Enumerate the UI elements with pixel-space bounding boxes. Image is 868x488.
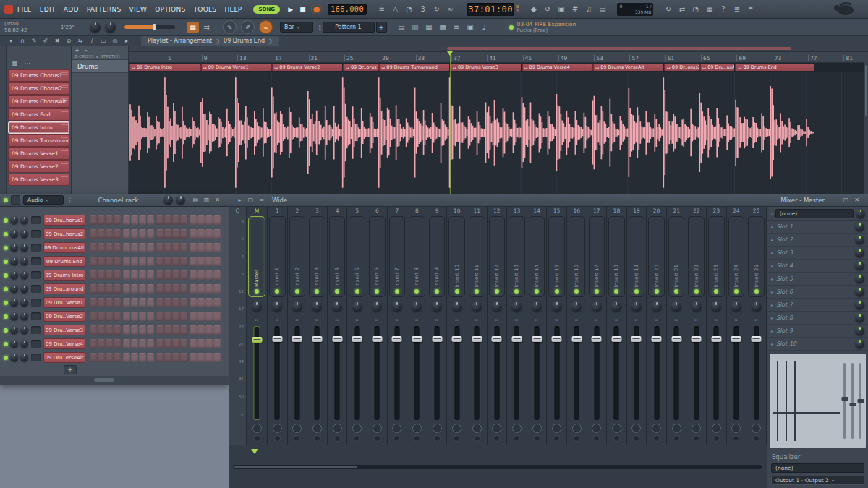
step-cell[interactable] (190, 257, 197, 266)
record-arm-button[interactable] (752, 424, 761, 433)
rack-menu-button[interactable] (11, 195, 20, 205)
auto-save-icon[interactable]: ↻ (662, 4, 674, 14)
volume-fader[interactable] (475, 326, 480, 420)
piano-roll-icon[interactable]: ▥ (409, 22, 422, 33)
strip-name-area[interactable]: Insert 3 (309, 216, 326, 297)
step-cell[interactable] (114, 257, 121, 266)
step-cell[interactable] (147, 312, 154, 321)
volume-fader[interactable] (754, 326, 759, 420)
volume-knob[interactable] (176, 195, 185, 205)
channel-pan-knob[interactable] (10, 340, 18, 348)
mixer-route-box[interactable] (31, 340, 41, 348)
stereo-width-icon[interactable]: ◂▸ (488, 315, 507, 325)
step-cell[interactable] (90, 339, 97, 348)
mixer-strip-5[interactable]: 5Insert 5◂▸ (347, 207, 367, 445)
step-cell[interactable] (106, 243, 113, 252)
step-cell[interactable] (147, 339, 154, 348)
step-cell[interactable] (106, 270, 113, 280)
step-cell[interactable] (147, 284, 154, 294)
step-cell[interactable] (139, 243, 146, 252)
step-cell[interactable] (98, 257, 105, 266)
pattern-picker-icon[interactable]: ▦ (187, 22, 199, 33)
strip-mute-dot[interactable] (374, 435, 380, 442)
shuffle-slider[interactable] (124, 25, 175, 29)
step-cell[interactable] (156, 257, 163, 266)
step-cell[interactable] (106, 339, 113, 348)
strip-mute-dot[interactable] (493, 435, 500, 442)
step-cell[interactable] (180, 339, 187, 348)
strip-enable-led[interactable] (335, 289, 339, 294)
strip-enable-led[interactable] (395, 289, 399, 294)
step-cell[interactable] (213, 353, 221, 362)
strip-mute-dot[interactable] (434, 435, 441, 442)
step-cell[interactable] (131, 270, 138, 280)
step-cell[interactable] (164, 284, 171, 294)
strip-pan-knob[interactable] (472, 301, 482, 312)
step-cell[interactable] (123, 215, 130, 225)
step-cell[interactable] (147, 243, 154, 252)
strip-enable-led[interactable] (375, 289, 379, 294)
effect-slot[interactable]: ▸Slot 9 (767, 325, 868, 338)
strip-mute-dot[interactable] (613, 435, 620, 442)
strip-mute-dot[interactable] (593, 435, 600, 442)
step-cell[interactable] (147, 325, 154, 335)
midi-icon[interactable]: ▤ (596, 4, 608, 14)
volume-fader[interactable] (594, 326, 599, 420)
strip-name-area[interactable]: Insert 18 (608, 216, 625, 297)
record-arm-button[interactable] (292, 424, 302, 433)
menu-tools[interactable]: TOOLS (193, 6, 216, 13)
track-input-knob[interactable] (856, 209, 865, 218)
mixer-strip-4[interactable]: 4Insert 4◂▸ (328, 207, 348, 445)
strip-enable-led[interactable] (455, 289, 459, 294)
step-cell[interactable] (213, 229, 221, 239)
strip-mute-dot[interactable] (514, 435, 520, 442)
strip-name-area[interactable]: Insert 10 (448, 216, 465, 297)
step-cell[interactable] (164, 325, 171, 335)
record-arm-button[interactable] (512, 424, 522, 433)
pattern-clip[interactable]: 09 Drums Verse3 (8, 174, 69, 186)
step-cell[interactable] (106, 229, 113, 239)
minimize-icon[interactable]: ─ (830, 196, 840, 205)
fader-handle[interactable] (292, 336, 302, 342)
channel-enable-led[interactable] (4, 314, 8, 319)
strip-name-area[interactable]: Insert 13 (509, 216, 525, 297)
fader-handle[interactable] (752, 336, 762, 342)
loop-record-icon[interactable]: ↻ (430, 4, 443, 14)
mixer-strip-20[interactable]: 20Insert 20◂▸ (647, 207, 667, 445)
strip-mute-dot[interactable] (633, 435, 639, 442)
step-cell[interactable] (123, 312, 130, 321)
strip-name-area[interactable]: Insert 1 (269, 216, 286, 297)
fader-handle[interactable] (352, 336, 362, 342)
step-cell[interactable] (123, 270, 130, 280)
playback-tool-icon[interactable]: ▸ (122, 37, 132, 46)
step-cell[interactable] (106, 353, 113, 362)
step-cell[interactable] (90, 325, 97, 335)
step-cell[interactable] (123, 243, 130, 252)
stereo-width-icon[interactable]: ◂▸ (467, 315, 487, 325)
pattern-clip[interactable]: 09 Drums Chorus1 (8, 69, 69, 82)
picker-menu-icon[interactable]: ⋯ (22, 59, 32, 67)
slot-mix-knob[interactable] (855, 274, 864, 283)
mixer-strip-15[interactable]: 15Insert 15◂▸ (547, 207, 567, 445)
volume-fader[interactable] (574, 326, 579, 420)
step-cell[interactable] (98, 215, 105, 225)
slot-mix-knob[interactable] (855, 261, 864, 270)
stereo-width-icon[interactable]: ◂▸ (288, 315, 307, 325)
mixer-view-mode[interactable]: Wide (272, 197, 287, 204)
volume-fader[interactable] (494, 326, 499, 420)
step-cell[interactable] (164, 339, 171, 348)
playlist-audio-clip[interactable]: ↦09 Drums End (735, 64, 814, 71)
step-cell[interactable] (123, 353, 130, 362)
channel-pan-knob[interactable] (10, 326, 18, 334)
strip-name-area[interactable]: Insert 23 (708, 216, 725, 297)
zero-cross-toggle[interactable]: Z-CROSS (75, 54, 94, 59)
stereo-width-icon[interactable]: ◂▸ (547, 315, 566, 325)
step-cell[interactable] (190, 215, 197, 225)
channel-volume-knob[interactable] (20, 354, 28, 361)
channel-button[interactable]: 09 Drum..rusAlt (43, 242, 85, 253)
channel-button[interactable]: 09 Drums Intro (43, 270, 85, 281)
step-cell[interactable] (164, 353, 171, 362)
step-cell[interactable] (106, 215, 113, 225)
pattern-clip[interactable]: 09 Drums Verse1 (8, 147, 69, 160)
mixer-route-box[interactable] (31, 285, 41, 293)
